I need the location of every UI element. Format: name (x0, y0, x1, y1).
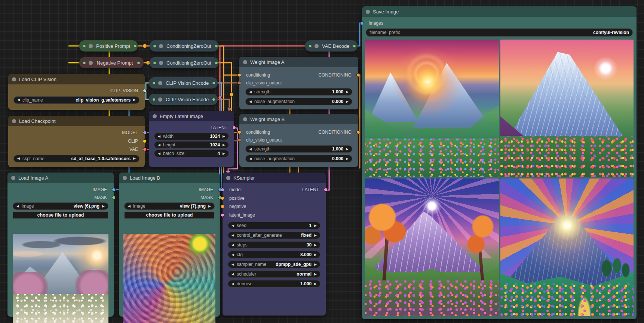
negative-input-port[interactable] (221, 205, 224, 208)
widget-value[interactable]: 1.000 (332, 89, 343, 94)
increment-arrow-icon[interactable]: ▶ (223, 152, 225, 155)
node-load-checkpoint[interactable]: Load Checkpoint MODEL CLIP VAE ◀ ckpt_na… (8, 116, 145, 167)
widget-value[interactable]: comfyui-revision (593, 30, 629, 35)
denoise-widget[interactable]: ◀ denoise 1.000 ▶ (228, 280, 321, 288)
increment-arrow-icon[interactable]: ▶ (314, 263, 317, 266)
widget-value[interactable]: normal (297, 271, 312, 277)
node-empty-latent-image[interactable]: Empty Latent Image LATENT ◀ width 1024 ▶… (149, 111, 234, 167)
conditioning-input-port[interactable] (237, 73, 241, 77)
collapsed-output-dot[interactable] (212, 98, 215, 101)
steps-widget[interactable]: ◀ steps 30 ▶ (228, 241, 321, 249)
widget-value[interactable]: 4 (217, 151, 220, 156)
increment-arrow-icon[interactable]: ▶ (346, 90, 349, 94)
collapsed-output-dot[interactable] (353, 44, 356, 48)
decrement-arrow-icon[interactable]: ◀ (249, 100, 252, 103)
node-conditioning-zero-out-2[interactable]: ConditioningZeroOut (150, 57, 218, 68)
widget-value[interactable]: 1 (309, 223, 312, 228)
latent-output-port[interactable] (232, 126, 236, 130)
collapse-toggle-icon[interactable] (243, 60, 247, 64)
collapse-toggle-icon[interactable] (366, 10, 370, 14)
decrement-arrow-icon[interactable]: ◀ (249, 90, 252, 94)
collapse-toggle-icon[interactable] (11, 176, 15, 180)
node-negative-prompt[interactable]: Negative Prompt (79, 57, 144, 68)
decrement-arrow-icon[interactable]: ◀ (231, 234, 234, 237)
comfyui-node-graph-canvas[interactable]: Positive Prompt Negative Prompt Conditio… (0, 0, 644, 323)
control-after-generate-widget[interactable]: ◀ control_after_generate fixed ▶ (228, 232, 321, 239)
collapsed-output-dot[interactable] (215, 44, 218, 48)
seed-widget[interactable]: ◀ seed 1 ▶ (228, 222, 321, 229)
collapsed-output-dot[interactable] (137, 61, 140, 65)
mask-output-port[interactable] (112, 196, 116, 199)
image-file-widget[interactable]: ◀ image view (6).png ▶ (13, 202, 108, 210)
collapse-toggle-icon[interactable] (315, 44, 319, 48)
collapsed-input-dot[interactable] (153, 61, 156, 65)
widget-value[interactable]: 1.000 (332, 146, 343, 152)
collapsed-input-dot[interactable] (83, 44, 86, 48)
widget-value[interactable]: clip_vision_g.safetensors (76, 97, 131, 103)
collapse-toggle-icon[interactable] (243, 117, 247, 121)
collapse-toggle-icon[interactable] (12, 119, 16, 123)
noise-augmentation-widget[interactable]: ◀ noise_augmentation 0.000 ▶ (245, 155, 352, 162)
decrement-arrow-icon[interactable]: ◀ (17, 98, 20, 102)
strength-widget[interactable]: ◀ strength 1.000 ▶ (245, 145, 352, 153)
node-clip-vision-encode-1[interactable]: CLIP Vision Encode (149, 77, 218, 88)
collapse-toggle-icon[interactable] (12, 77, 16, 81)
collapsed-input-dot[interactable] (309, 44, 312, 48)
collapsed-input-dot[interactable] (153, 44, 156, 48)
image-file-widget[interactable]: ◀ image view (7).png ▶ (124, 202, 215, 210)
widget-value[interactable]: 0.000 (332, 99, 343, 104)
node-conditioning-zero-out-1[interactable]: ConditioningZeroOut (150, 40, 218, 52)
conditioning-output-port[interactable] (356, 73, 360, 77)
node-ksampler[interactable]: KSampler model LATENT positive negative … (223, 173, 326, 316)
collapsed-output-dot[interactable] (212, 81, 215, 85)
conditioning-output-port[interactable] (356, 130, 360, 134)
collapsed-input-dot[interactable] (152, 98, 156, 101)
node-save-image[interactable]: Save Image images filename_prefix comfyu… (362, 6, 637, 319)
height-widget[interactable]: ◀ height 1024 ▶ (154, 141, 229, 149)
collapse-toggle-icon[interactable] (158, 97, 162, 102)
collapse-toggle-icon[interactable] (158, 81, 162, 85)
image-output-port[interactable] (112, 188, 116, 192)
decrement-arrow-icon[interactable]: ◀ (158, 143, 160, 147)
decrement-arrow-icon[interactable]: ◀ (231, 243, 234, 247)
collapsed-output-dot[interactable] (134, 44, 137, 48)
model-input-port[interactable] (221, 188, 224, 192)
increment-arrow-icon[interactable]: ▶ (314, 234, 317, 237)
node-vae-decode[interactable]: VAE Decode (305, 40, 358, 52)
widget-value[interactable]: 1024 (210, 134, 220, 139)
collapse-toggle-icon[interactable] (153, 114, 157, 118)
increment-arrow-icon[interactable]: ▶ (314, 273, 317, 276)
strength-widget[interactable]: ◀ strength 1.000 ▶ (245, 88, 352, 96)
increment-arrow-icon[interactable]: ▶ (223, 135, 225, 138)
increment-arrow-icon[interactable]: ▶ (133, 98, 136, 102)
decrement-arrow-icon[interactable]: ◀ (128, 205, 131, 208)
collapsed-input-dot[interactable] (152, 81, 156, 85)
increment-arrow-icon[interactable]: ▶ (102, 205, 105, 208)
widget-value[interactable]: 0.000 (332, 156, 343, 161)
images-input-port[interactable] (360, 21, 364, 25)
node-load-image-b[interactable]: Load Image B IMAGE MASK ◀ image view (7)… (119, 173, 220, 317)
clip-name-widget[interactable]: ◀ clip_name clip_vision_g.safetensors ▶ (13, 96, 139, 104)
decrement-arrow-icon[interactable]: ◀ (231, 282, 234, 286)
decrement-arrow-icon[interactable]: ◀ (231, 263, 234, 266)
widget-value[interactable]: 30 (307, 242, 312, 248)
decrement-arrow-icon[interactable]: ◀ (158, 152, 160, 155)
collapse-toggle-icon[interactable] (226, 176, 230, 180)
node-load-image-a[interactable]: Load Image A IMAGE MASK ◀ image view (6)… (7, 173, 114, 317)
widget-value[interactable]: view (6).png (74, 204, 99, 209)
clip-output-port[interactable] (143, 139, 147, 143)
collapse-toggle-icon[interactable] (159, 44, 163, 48)
node-weight-image-a[interactable]: Weight Image A conditioning CONDITIONING… (239, 57, 358, 109)
node-clip-vision-encode-2[interactable]: CLIP Vision Encode (149, 94, 218, 105)
choose-file-button[interactable]: choose file to upload (124, 211, 215, 219)
latent-image-input-port[interactable] (221, 213, 224, 217)
increment-arrow-icon[interactable]: ▶ (314, 282, 317, 286)
collapsed-output-dot[interactable] (215, 61, 218, 65)
ckpt-name-widget[interactable]: ◀ ckpt_name sd_xl_base_1.0.safetensors ▶ (13, 155, 139, 162)
widget-value[interactable]: 1.000 (300, 281, 312, 286)
collapse-toggle-icon[interactable] (89, 44, 93, 48)
widget-value[interactable]: sd_xl_base_1.0.safetensors (71, 156, 131, 161)
increment-arrow-icon[interactable]: ▶ (223, 143, 225, 147)
increment-arrow-icon[interactable]: ▶ (208, 205, 211, 208)
decrement-arrow-icon[interactable]: ◀ (249, 157, 252, 161)
